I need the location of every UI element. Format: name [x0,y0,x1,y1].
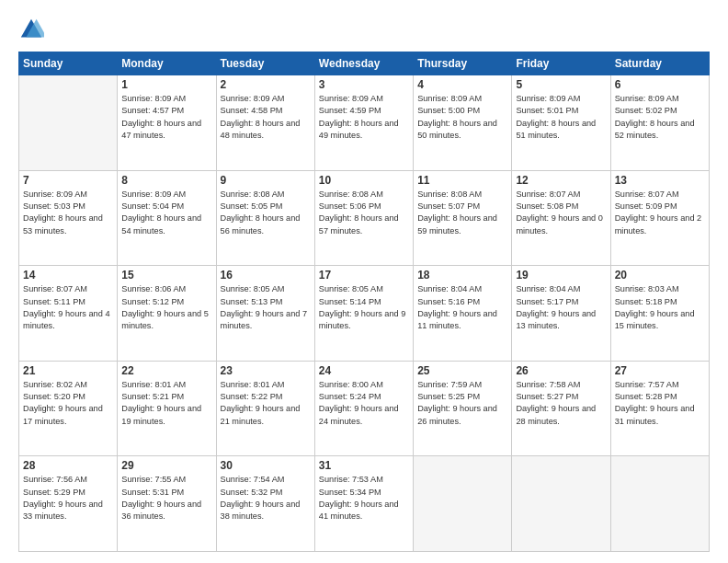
calendar-cell: 28 Sunrise: 7:56 AMSunset: 5:29 PMDaylig… [19,456,118,552]
day-info: Sunrise: 8:07 AMSunset: 5:08 PMDaylight:… [516,189,606,237]
day-info: Sunrise: 8:05 AMSunset: 5:13 PMDaylight:… [221,283,311,332]
day-info: Sunrise: 8:09 AMSunset: 5:04 PMDaylight:… [121,189,211,237]
calendar-cell: 11 Sunrise: 8:08 AMSunset: 5:07 PMDaylig… [414,170,512,266]
day-number: 25 [417,364,507,377]
calendar-cell: 30 Sunrise: 7:54 AMSunset: 5:32 PMDaylig… [216,456,314,552]
day-number: 2 [221,78,311,91]
logo [18,17,48,42]
day-number: 19 [516,269,606,282]
day-info: Sunrise: 7:55 AMSunset: 5:31 PMDaylight:… [121,474,211,523]
day-info: Sunrise: 8:07 AMSunset: 5:11 PMDaylight:… [23,283,113,332]
day-number: 11 [417,174,507,187]
day-number: 24 [319,364,409,377]
calendar-cell: 5 Sunrise: 8:09 AMSunset: 5:01 PMDayligh… [512,75,610,171]
calendar-cell: 24 Sunrise: 8:00 AMSunset: 5:24 PMDaylig… [314,361,413,456]
calendar-cell: 31 Sunrise: 7:53 AMSunset: 5:34 PMDaylig… [314,456,413,552]
calendar-week-row: 21 Sunrise: 8:02 AMSunset: 5:20 PMDaylig… [19,361,710,456]
calendar-cell: 21 Sunrise: 8:02 AMSunset: 5:20 PMDaylig… [19,361,118,456]
calendar-cell: 3 Sunrise: 8:09 AMSunset: 4:59 PMDayligh… [314,75,413,171]
header [18,17,710,42]
calendar-week-row: 28 Sunrise: 7:56 AMSunset: 5:29 PMDaylig… [19,456,710,552]
day-info: Sunrise: 8:04 AMSunset: 5:17 PMDaylight:… [516,283,606,332]
calendar-cell: 4 Sunrise: 8:09 AMSunset: 5:00 PMDayligh… [414,75,512,171]
day-number: 30 [221,459,311,472]
day-info: Sunrise: 7:57 AMSunset: 5:28 PMDaylight:… [615,379,705,428]
day-number: 17 [319,269,409,282]
weekday-header: Monday [118,52,216,75]
calendar-cell: 8 Sunrise: 8:09 AMSunset: 5:04 PMDayligh… [118,170,216,266]
day-number: 10 [319,174,409,187]
day-number: 6 [615,78,705,91]
calendar-cell: 9 Sunrise: 8:08 AMSunset: 5:05 PMDayligh… [216,170,314,266]
calendar-cell: 18 Sunrise: 8:04 AMSunset: 5:16 PMDaylig… [414,266,512,362]
day-info: Sunrise: 7:53 AMSunset: 5:34 PMDaylight:… [319,474,409,523]
day-number: 4 [417,78,507,91]
weekday-header: Thursday [414,52,512,75]
calendar-cell: 29 Sunrise: 7:55 AMSunset: 5:31 PMDaylig… [118,456,216,552]
calendar-cell: 20 Sunrise: 8:03 AMSunset: 5:18 PMDaylig… [610,266,709,362]
day-number: 18 [417,269,507,282]
page: SundayMondayTuesdayWednesdayThursdayFrid… [0,0,728,563]
day-number: 15 [121,269,211,282]
day-info: Sunrise: 7:54 AMSunset: 5:32 PMDaylight:… [221,474,311,523]
calendar-cell [414,456,512,552]
day-info: Sunrise: 7:58 AMSunset: 5:27 PMDaylight:… [516,379,606,428]
day-info: Sunrise: 8:06 AMSunset: 5:12 PMDaylight:… [121,283,211,332]
day-info: Sunrise: 8:01 AMSunset: 5:22 PMDaylight:… [221,379,311,428]
calendar-cell [512,456,610,552]
day-info: Sunrise: 8:05 AMSunset: 5:14 PMDaylight:… [319,283,409,332]
day-info: Sunrise: 8:00 AMSunset: 5:24 PMDaylight:… [319,379,409,428]
day-number: 27 [615,364,705,377]
calendar-week-row: 1 Sunrise: 8:09 AMSunset: 4:57 PMDayligh… [19,75,710,171]
weekday-header: Tuesday [216,52,314,75]
calendar-cell: 12 Sunrise: 8:07 AMSunset: 5:08 PMDaylig… [512,170,610,266]
calendar-cell: 17 Sunrise: 8:05 AMSunset: 5:14 PMDaylig… [314,266,413,362]
calendar-cell: 16 Sunrise: 8:05 AMSunset: 5:13 PMDaylig… [216,266,314,362]
weekday-header: Friday [512,52,610,75]
calendar-cell: 1 Sunrise: 8:09 AMSunset: 4:57 PMDayligh… [118,75,216,171]
day-number: 29 [121,459,211,472]
day-number: 26 [516,364,606,377]
calendar-week-row: 7 Sunrise: 8:09 AMSunset: 5:03 PMDayligh… [19,170,710,266]
calendar-cell: 2 Sunrise: 8:09 AMSunset: 4:58 PMDayligh… [216,75,314,171]
day-info: Sunrise: 7:59 AMSunset: 5:25 PMDaylight:… [417,379,507,428]
day-number: 28 [23,459,113,472]
day-number: 31 [319,459,409,472]
calendar-cell: 25 Sunrise: 7:59 AMSunset: 5:25 PMDaylig… [414,361,512,456]
calendar-cell: 15 Sunrise: 8:06 AMSunset: 5:12 PMDaylig… [118,266,216,362]
day-number: 20 [615,269,705,282]
calendar-cell [610,456,709,552]
day-number: 13 [615,174,705,187]
day-number: 7 [23,174,113,187]
day-info: Sunrise: 8:03 AMSunset: 5:18 PMDaylight:… [615,283,705,332]
day-number: 8 [121,174,211,187]
day-number: 12 [516,174,606,187]
day-info: Sunrise: 7:56 AMSunset: 5:29 PMDaylight:… [23,474,113,523]
weekday-header: Wednesday [314,52,413,75]
day-info: Sunrise: 8:09 AMSunset: 5:00 PMDaylight:… [417,93,507,142]
day-number: 16 [221,269,311,282]
day-info: Sunrise: 8:09 AMSunset: 4:58 PMDaylight:… [221,93,311,142]
day-number: 3 [319,78,409,91]
calendar-cell: 14 Sunrise: 8:07 AMSunset: 5:11 PMDaylig… [19,266,118,362]
day-info: Sunrise: 8:09 AMSunset: 5:03 PMDaylight:… [23,189,113,237]
day-number: 9 [221,174,311,187]
day-info: Sunrise: 8:09 AMSunset: 4:59 PMDaylight:… [319,93,409,142]
calendar-cell: 7 Sunrise: 8:09 AMSunset: 5:03 PMDayligh… [19,170,118,266]
weekday-header: Sunday [19,52,118,75]
day-number: 1 [121,78,211,91]
day-info: Sunrise: 8:08 AMSunset: 5:06 PMDaylight:… [319,189,409,237]
day-info: Sunrise: 8:08 AMSunset: 5:05 PMDaylight:… [221,189,311,237]
calendar-cell: 26 Sunrise: 7:58 AMSunset: 5:27 PMDaylig… [512,361,610,456]
calendar-cell: 27 Sunrise: 7:57 AMSunset: 5:28 PMDaylig… [610,361,709,456]
calendar-cell: 23 Sunrise: 8:01 AMSunset: 5:22 PMDaylig… [216,361,314,456]
day-number: 21 [23,364,113,377]
weekday-header: Saturday [610,52,709,75]
day-info: Sunrise: 8:08 AMSunset: 5:07 PMDaylight:… [417,189,507,237]
day-info: Sunrise: 8:07 AMSunset: 5:09 PMDaylight:… [615,189,705,237]
calendar-cell: 22 Sunrise: 8:01 AMSunset: 5:21 PMDaylig… [118,361,216,456]
day-info: Sunrise: 8:09 AMSunset: 5:02 PMDaylight:… [615,93,705,142]
calendar-table: SundayMondayTuesdayWednesdayThursdayFrid… [18,52,710,552]
calendar-cell: 6 Sunrise: 8:09 AMSunset: 5:02 PMDayligh… [610,75,709,171]
logo-icon [18,17,44,42]
